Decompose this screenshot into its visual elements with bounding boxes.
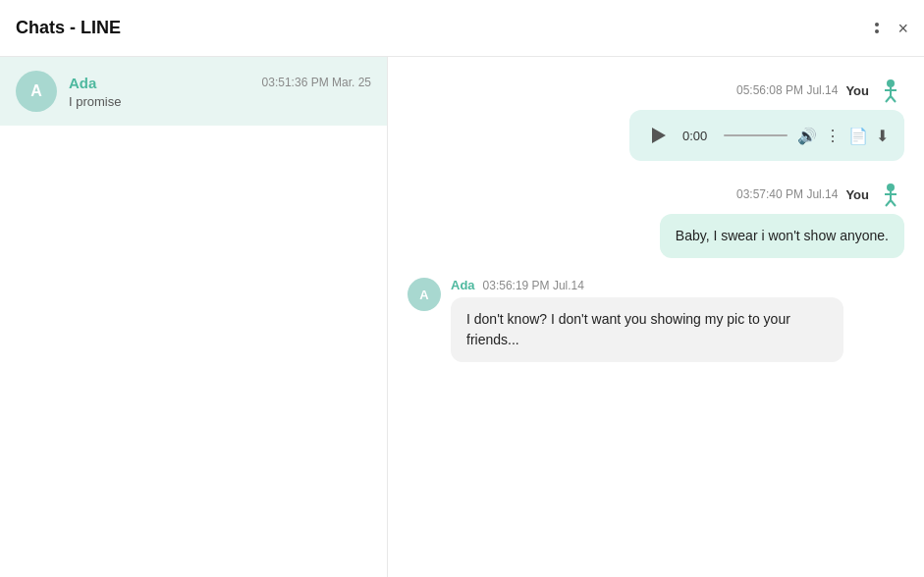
- audio-controls: 🔊 ⋮ 📄 ⬇: [797, 127, 889, 145]
- svg-line-9: [891, 200, 896, 206]
- user-avatar-icon-1: [877, 77, 904, 104]
- sidebar: A Ada 03:51:36 PM Mar. 25 I promise: [0, 57, 388, 577]
- message-time-1: 05:56:08 PM Jul.14: [736, 83, 838, 97]
- grid-dots-icon[interactable]: [866, 18, 888, 39]
- download-icon[interactable]: ⬇: [876, 127, 889, 145]
- doc-icon[interactable]: 📄: [848, 127, 868, 145]
- message-sender-1: You: [845, 83, 869, 98]
- message-group-incoming: A Ada 03:56:19 PM Jul.14 I don't know? I…: [408, 278, 904, 362]
- svg-line-3: [886, 96, 891, 102]
- chat-item-header: Ada 03:51:36 PM Mar. 25: [69, 75, 371, 91]
- audio-bubble: 0:00 🔊 ⋮ 📄 ⬇: [629, 110, 904, 161]
- app-title: Chats - LINE: [16, 18, 121, 38]
- close-button[interactable]: ×: [897, 20, 908, 37]
- incoming-avatar: A: [408, 278, 441, 311]
- incoming-wrapper: A Ada 03:56:19 PM Jul.14 I don't know? I…: [408, 278, 843, 362]
- message-sender-2: You: [845, 187, 869, 202]
- svg-point-5: [887, 184, 895, 191]
- message-meta-audio: 05:56:08 PM Jul.14 You: [736, 77, 904, 104]
- chat-item-preview: I promise: [69, 94, 371, 109]
- svg-point-0: [887, 79, 895, 87]
- message-group-text-out: 03:57:40 PM Jul.14 You Baby, I swear i w…: [408, 181, 904, 258]
- play-button[interactable]: [645, 122, 673, 149]
- chat-area: 05:56:08 PM Jul.14 You 0:00 🔊: [388, 57, 924, 577]
- incoming-content: Ada 03:56:19 PM Jul.14 I don't know? I d…: [451, 278, 843, 362]
- audio-time: 0:00: [682, 129, 714, 143]
- title-bar-controls: ×: [866, 18, 908, 39]
- more-options-icon[interactable]: ⋮: [825, 127, 841, 145]
- chat-list-item[interactable]: A Ada 03:51:36 PM Mar. 25 I promise: [0, 57, 387, 126]
- user-avatar-icon-2: [877, 181, 904, 208]
- avatar: A: [16, 71, 57, 112]
- svg-line-8: [886, 200, 891, 206]
- incoming-text-bubble: I don't know? I don't want you showing m…: [451, 297, 843, 362]
- message-group-audio: 05:56:08 PM Jul.14 You 0:00 🔊: [408, 77, 904, 161]
- audio-progress-bar[interactable]: [724, 134, 788, 136]
- play-icon: [652, 128, 666, 143]
- message-time-2: 03:57:40 PM Jul.14: [736, 187, 838, 201]
- chat-item-time: 03:51:36 PM Mar. 25: [262, 76, 371, 89]
- chat-item-name: Ada: [69, 75, 96, 91]
- incoming-sender-name: Ada: [451, 278, 475, 292]
- mute-icon[interactable]: 🔊: [797, 127, 817, 145]
- chat-item-content: Ada 03:51:36 PM Mar. 25 I promise: [69, 75, 371, 109]
- incoming-time: 03:56:19 PM Jul.14: [483, 279, 584, 292]
- incoming-meta: Ada 03:56:19 PM Jul.14: [451, 278, 843, 292]
- title-bar: Chats - LINE ×: [0, 0, 924, 57]
- message-meta-text-out: 03:57:40 PM Jul.14 You: [736, 181, 904, 208]
- outgoing-text-bubble: Baby, I swear i won't show anyone.: [660, 214, 904, 258]
- main-layout: A Ada 03:51:36 PM Mar. 25 I promise 05:5…: [0, 57, 924, 577]
- svg-line-4: [891, 96, 896, 102]
